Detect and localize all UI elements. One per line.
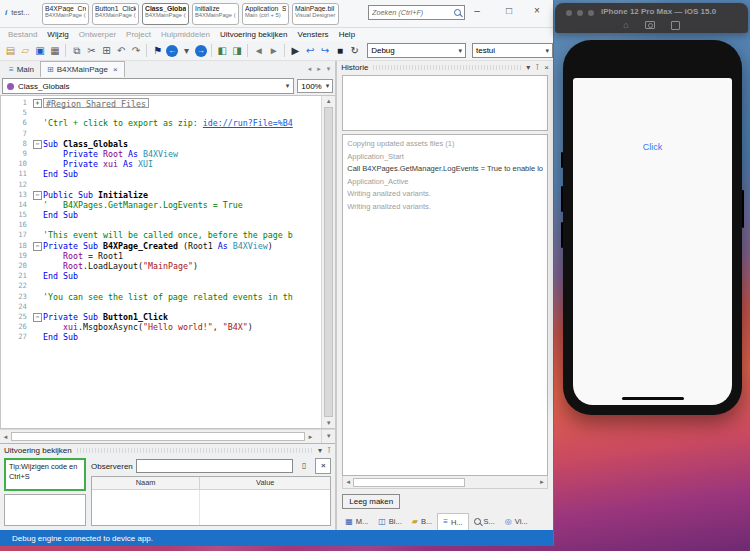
redo-icon[interactable]: ↷ (130, 44, 143, 58)
code-editor[interactable]: 1+#Region Shared Files56'Ctrl + click to… (0, 95, 335, 429)
clear-watch-icon[interactable]: × (315, 458, 331, 474)
dock-tab-h[interactable]: ≡H... (437, 513, 468, 530)
paste-icon[interactable]: ⊞ (100, 44, 113, 58)
panel-drag-hatch[interactable] (77, 448, 313, 453)
menu-wijzig[interactable]: Wijzig (42, 30, 73, 39)
scroll-down-icon[interactable]: ▼ (326, 418, 332, 428)
quick-tab-application-st[interactable]: Application_StMain (ctrl + 5) (242, 3, 289, 25)
prev-marker-icon[interactable]: ◧ (216, 44, 229, 58)
undo-icon[interactable]: ↶ (115, 44, 128, 58)
indent-icon[interactable]: ► (267, 44, 280, 58)
dock-tab-bi[interactable]: ◫Bi... (373, 513, 406, 530)
collapse-region-icon[interactable]: − (33, 313, 42, 322)
quick-tab-button1-click[interactable]: Button1_ClickB4XMainPage ( (92, 3, 139, 25)
search-box[interactable]: Zoeken (Ctrl+F) (368, 5, 465, 20)
close-tab-icon[interactable]: × (113, 65, 118, 74)
scroll-right-icon[interactable]: ► (305, 434, 316, 440)
quick-tab-class-globals[interactable]: Class_GlobalsB4XMainPage ( (142, 3, 189, 25)
tab-main[interactable]: ≡ Main (3, 62, 40, 77)
quick-tab-b4xpage-crea[interactable]: B4XPage_CreaB4XMainPage ( (42, 3, 89, 25)
navigate-forward-icon[interactable]: → (195, 45, 207, 57)
outdent-icon[interactable]: ◄ (252, 44, 265, 58)
camera-icon[interactable] (645, 21, 655, 29)
observe-input[interactable] (136, 459, 293, 473)
scrollbar-thumb[interactable] (353, 478, 465, 487)
dock-tab-m[interactable]: ▦M... (340, 513, 373, 530)
copy-icon[interactable]: ⧉ (70, 44, 83, 58)
menu-vensters[interactable]: Vensters (292, 30, 333, 39)
open-project-icon[interactable]: ▱ (19, 44, 32, 58)
next-marker-icon[interactable]: ◨ (231, 44, 244, 58)
stop-icon[interactable]: ■ (334, 44, 347, 58)
save-icon[interactable]: ▣ (34, 44, 47, 58)
column-naam[interactable]: Naam (92, 477, 200, 489)
bookmark-icon[interactable]: ⚑ (151, 44, 164, 58)
scroll-right-icon[interactable]: ► (537, 479, 547, 485)
delete-watch-icon[interactable]: ▯ (296, 458, 312, 474)
simulator-window-titlebar[interactable]: iPhone 12 Pro Max — iOS 15.0 ⌂ (555, 3, 748, 33)
line-number: 12 (1, 180, 32, 190)
log-output[interactable]: Copying updated assets files (1)Applicat… (342, 134, 548, 476)
back-history-dropdown-icon[interactable]: ▾ (180, 44, 193, 58)
new-file-icon[interactable]: ▤ (4, 44, 17, 58)
restart-icon[interactable]: ↻ (348, 44, 361, 58)
dock-tab-b[interactable]: ▰B... (407, 513, 437, 530)
menu-uitvoering-bekijken[interactable]: Uitvoering bekijken (215, 30, 293, 39)
member-selector-dropdown[interactable]: Class_Globals ▾ (2, 78, 294, 94)
scroll-up-icon[interactable]: ▲ (326, 96, 332, 106)
menu-hulpmiddelen[interactable]: Hulpmiddelen (156, 30, 215, 39)
menu-ontwerper[interactable]: Ontwerper (74, 30, 121, 39)
screenshot-icon[interactable] (671, 21, 680, 30)
minimize-button[interactable]: – (466, 2, 488, 20)
minimize-window-icon[interactable] (577, 10, 583, 16)
clear-logs-button[interactable]: Leeg maken (342, 494, 400, 509)
scrollbar-thumb[interactable] (11, 432, 305, 441)
tab-scroll-arrows[interactable]: ◂ ▸ ▾ (308, 65, 332, 73)
click-button[interactable]: Click (573, 142, 732, 152)
build-configuration-select[interactable]: Debug▾ (367, 43, 466, 58)
panel-drag-hatch[interactable] (373, 65, 521, 70)
collapse-region-icon[interactable]: − (33, 140, 42, 149)
dock-panel: Historie ▾ ⊺ × Copying updated assets fi… (337, 61, 553, 530)
pin-icon[interactable]: ⊺ (327, 446, 331, 456)
menu-bestand[interactable]: Bestand (3, 30, 42, 39)
maximize-button[interactable]: □ (498, 2, 520, 20)
code-line-17: 17'This event will be called once, befor… (1, 230, 321, 240)
home-icon[interactable]: ⌂ (623, 20, 628, 30)
log-filter-box[interactable] (342, 75, 548, 131)
collapse-region-icon[interactable]: − (33, 191, 42, 200)
scroll-left-icon[interactable]: ◄ (343, 479, 353, 485)
step-into-icon[interactable]: ↩ (304, 44, 317, 58)
expand-region-icon[interactable]: + (33, 99, 42, 108)
scrollbar-thumb[interactable] (324, 107, 333, 417)
log-horizontal-scrollbar[interactable]: ◄ ► (342, 476, 548, 489)
tab-b4xmainpage[interactable]: ⊞ B4XMainPage × (40, 61, 125, 77)
home-indicator[interactable] (622, 397, 684, 400)
menu-project[interactable]: Project (121, 30, 156, 39)
export-zip-icon[interactable]: ▦ (48, 44, 61, 58)
step-over-icon[interactable]: ↪ (319, 44, 332, 58)
editor-horizontal-scrollbar[interactable]: ◄ ► ▼ (0, 429, 335, 443)
menu-help[interactable]: Help (334, 30, 360, 39)
scroll-corner: ▼ (321, 430, 335, 443)
dock-tab-s[interactable]: S... (469, 513, 500, 530)
close-panel-icon[interactable]: × (544, 63, 549, 73)
panel-options-icon[interactable]: ▾ (318, 446, 322, 456)
pin-icon[interactable]: ⊺ (535, 63, 539, 73)
collapse-region-icon[interactable]: − (33, 242, 42, 251)
dock-tab-vi[interactable]: ◎Vi... (500, 513, 533, 530)
panel-options-icon[interactable]: ▾ (526, 63, 530, 73)
editor-vertical-scrollbar[interactable]: ▲ ▼ (321, 96, 335, 428)
close-window-button[interactable]: × (526, 2, 548, 20)
zoom-window-icon[interactable] (588, 10, 594, 16)
run-icon[interactable]: ▶ (289, 44, 302, 58)
quick-tab-initialize[interactable]: InitializeB4XMainPage ( (192, 3, 239, 25)
scroll-left-icon[interactable]: ◄ (0, 434, 11, 440)
target-device-select[interactable]: testui▾ (472, 43, 553, 58)
column-value[interactable]: Value (200, 477, 330, 489)
editor-zoom-dropdown[interactable]: 100% ▾ (297, 79, 333, 93)
navigate-back-icon[interactable]: ← (166, 45, 178, 57)
cut-icon[interactable]: ✂ (85, 44, 98, 58)
quick-tab-mainpage-bil[interactable]: MainPage.bilVisual Designer ( (292, 3, 339, 25)
close-window-icon[interactable] (566, 10, 572, 16)
